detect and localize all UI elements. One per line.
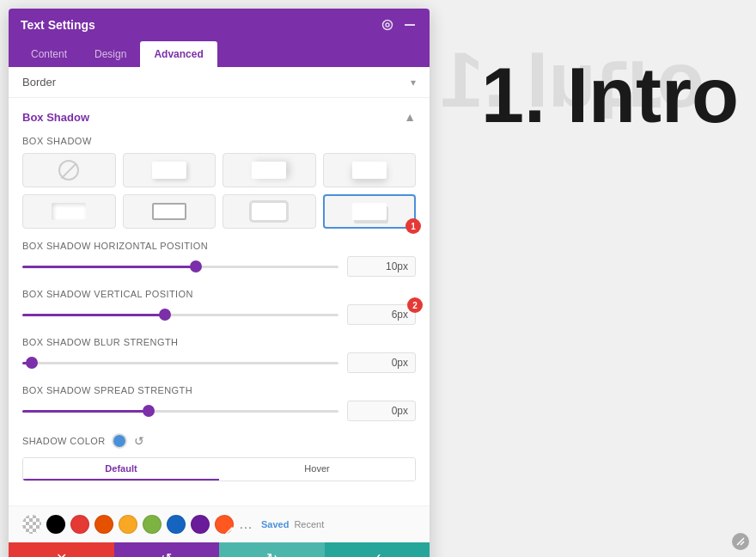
- horizontal-position-thumb[interactable]: [190, 260, 202, 272]
- box-shadow-title-text: Box Shadow: [22, 111, 89, 124]
- border-label: Border: [22, 76, 56, 89]
- horizontal-position-fill: [22, 266, 196, 268]
- header-icons: [380, 17, 418, 33]
- shadow-preview-2: [252, 162, 286, 179]
- shadow-color-label: Shadow Color: [22, 436, 105, 446]
- blur-strength-track[interactable]: [22, 362, 338, 364]
- confirm-button[interactable]: ✓: [325, 542, 430, 557]
- shadow-preset-4[interactable]: [22, 194, 116, 229]
- color-palette: … Saved Recent: [9, 505, 430, 542]
- state-tab-default[interactable]: Default: [23, 458, 219, 480]
- blur-strength-label: Box Shadow Blur Strength: [22, 337, 416, 347]
- svg-point-0: [383, 21, 393, 30]
- shadow-color-reset-icon[interactable]: ↺: [134, 434, 144, 448]
- palette-yellow[interactable]: [119, 515, 137, 534]
- palette-red[interactable]: [70, 515, 89, 534]
- shadow-preset-5[interactable]: [123, 194, 216, 229]
- palette-pen[interactable]: [215, 515, 234, 534]
- shadow-preset-none[interactable]: [22, 153, 116, 187]
- vertical-position-badge: 2: [407, 297, 423, 313]
- settings-panel: Text Settings Content Design Advanced Bo…: [9, 9, 430, 557]
- shadow-preset-7[interactable]: 1: [323, 194, 417, 229]
- box-shadow-section: Box Shadow ▲ Box Shadow: [9, 98, 430, 505]
- shadow-preview-6: [252, 203, 286, 220]
- shadow-color-row: Shadow Color ↺: [22, 433, 416, 449]
- shadow-preview-4: [52, 203, 86, 220]
- border-section-header[interactable]: Border ▾: [9, 67, 430, 98]
- spread-strength-thumb[interactable]: [143, 405, 155, 417]
- vertical-position-thumb[interactable]: [159, 309, 171, 321]
- blur-strength-input[interactable]: [347, 352, 416, 373]
- palette-purple[interactable]: [191, 515, 210, 534]
- blur-strength-row: Box Shadow Blur Strength: [22, 337, 416, 373]
- shadow-preset-3[interactable]: [323, 153, 417, 187]
- palette-transparent[interactable]: [22, 515, 41, 534]
- spread-strength-track[interactable]: [22, 410, 338, 413]
- horizontal-position-row: Box Shadow Horizontal Position: [22, 241, 416, 277]
- panel-header: Text Settings: [9, 9, 430, 41]
- settings-icon[interactable]: [380, 17, 395, 33]
- background-text-main: 1. Intro: [481, 52, 739, 140]
- vertical-position-input[interactable]: [347, 304, 416, 325]
- palette-blue[interactable]: [167, 515, 186, 534]
- panel-title: Text Settings: [21, 18, 95, 32]
- cancel-button[interactable]: ✕: [9, 542, 114, 557]
- spread-strength-control: [22, 401, 416, 421]
- tab-advanced[interactable]: Advanced: [140, 41, 216, 67]
- vertical-input-wrapper: 2: [347, 304, 416, 325]
- palette-green[interactable]: [143, 515, 162, 534]
- preset-badge-1: 1: [405, 218, 421, 234]
- horizontal-position-input[interactable]: [347, 256, 416, 277]
- palette-recent-label[interactable]: Recent: [294, 519, 324, 529]
- palette-black[interactable]: [46, 515, 65, 534]
- bottom-bar: ✕ ↺ ↻ ✓: [9, 542, 430, 557]
- vertical-position-label: Box Shadow Vertical Position: [22, 289, 416, 299]
- shadow-preview-1: [152, 162, 186, 179]
- box-shadow-field-label: Box Shadow: [22, 136, 416, 146]
- border-collapse-icon: ▾: [411, 77, 416, 89]
- horizontal-position-label: Box Shadow Horizontal Position: [22, 241, 416, 251]
- shadow-preset-6[interactable]: [223, 194, 316, 229]
- spread-strength-row: Box Shadow Spread Strength: [22, 385, 416, 421]
- horizontal-position-control: [22, 256, 416, 277]
- svg-point-1: [386, 23, 389, 27]
- blur-strength-control: [22, 352, 416, 373]
- shadow-color-swatch[interactable]: [112, 433, 127, 449]
- panel-body: Border ▾ Box Shadow ▲ Box Shadow: [9, 67, 430, 542]
- resize-handle[interactable]: [732, 533, 749, 550]
- box-shadow-section-title: Box Shadow ▲: [22, 110, 416, 124]
- spread-strength-label: Box Shadow Spread Strength: [22, 385, 416, 395]
- shadow-preview-5: [152, 203, 186, 220]
- tab-design[interactable]: Design: [81, 41, 140, 67]
- blur-strength-thumb[interactable]: [26, 357, 38, 369]
- svg-rect-2: [405, 24, 415, 26]
- vertical-position-control: 2: [22, 304, 416, 325]
- shadow-preset-1[interactable]: [123, 153, 216, 187]
- shadow-presets-grid: 1: [22, 153, 416, 229]
- palette-more-icon[interactable]: …: [239, 517, 253, 531]
- shadow-preset-2[interactable]: [223, 153, 316, 187]
- tab-content[interactable]: Content: [17, 41, 81, 67]
- horizontal-position-track[interactable]: [22, 266, 338, 268]
- palette-orange[interactable]: [94, 515, 113, 534]
- undo-button[interactable]: ↺: [114, 542, 220, 557]
- redo-button[interactable]: ↻: [219, 542, 325, 557]
- state-tabs: Default Hover: [22, 457, 416, 481]
- spread-strength-input[interactable]: [347, 401, 416, 421]
- vertical-position-track[interactable]: [22, 314, 338, 316]
- shadow-preview-7: [352, 203, 387, 220]
- spread-strength-fill: [22, 410, 149, 413]
- no-shadow-icon: [58, 160, 79, 181]
- shadow-preview-3: [352, 162, 387, 179]
- close-icon[interactable]: [402, 17, 418, 33]
- vertical-position-row: Box Shadow Vertical Position 2: [22, 289, 416, 325]
- palette-saved-label[interactable]: Saved: [261, 519, 289, 529]
- box-shadow-collapse-icon[interactable]: ▲: [404, 110, 416, 124]
- panel-tabs: Content Design Advanced: [9, 41, 430, 67]
- vertical-position-fill: [22, 314, 165, 316]
- state-tab-hover[interactable]: Hover: [219, 458, 415, 480]
